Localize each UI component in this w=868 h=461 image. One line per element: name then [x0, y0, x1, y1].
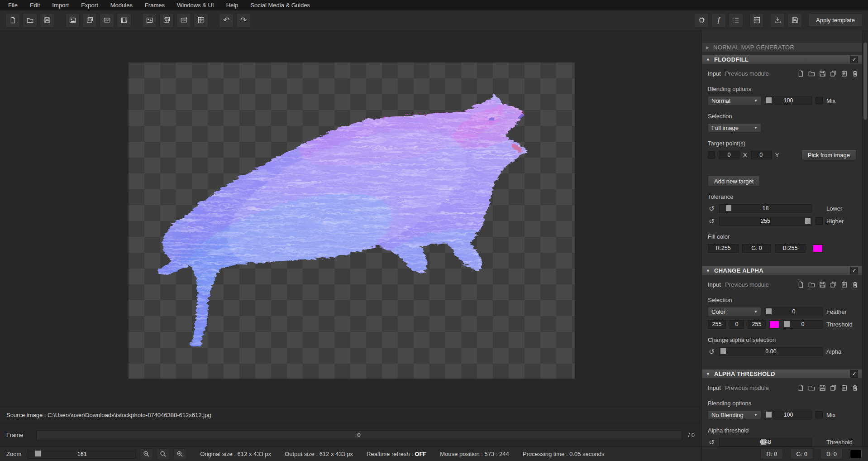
color-b-field[interactable]: 255 [748, 320, 766, 329]
input-save-button[interactable] [819, 384, 826, 392]
zoom-reset-button[interactable] [157, 448, 170, 460]
selection-color-swatch[interactable] [769, 321, 779, 328]
input-save-button[interactable] [819, 70, 826, 77]
canvas-viewport[interactable] [0, 30, 701, 407]
input-delete-button[interactable] [851, 281, 859, 288]
threshold-slider[interactable]: 0 [783, 320, 823, 329]
input-paste-button[interactable] [840, 281, 848, 288]
fill-g-field[interactable]: G: 0 [742, 244, 771, 253]
input-source[interactable]: Previous module [725, 384, 769, 391]
input-source[interactable]: Previous module [725, 281, 769, 288]
reset-icon[interactable]: ↺ [708, 348, 715, 355]
menu-social-media-guides[interactable]: Social Media & Guides [250, 2, 310, 9]
template-grid-button[interactable] [749, 13, 764, 28]
export-gif-button[interactable]: GIF [100, 13, 114, 28]
floodfill-header[interactable]: ▼ FLOODFILL ✓ [702, 55, 862, 64]
input-duplicate-button[interactable] [830, 281, 837, 288]
color-r-field[interactable]: 255 [708, 320, 726, 329]
tolerance-higher-slider[interactable]: 255 [719, 217, 812, 226]
menu-frames[interactable]: Frames [145, 2, 165, 9]
save-template-button[interactable] [787, 13, 802, 28]
fill-color-swatch[interactable] [813, 245, 823, 252]
menu-file[interactable]: File [8, 2, 18, 9]
mix-checkbox[interactable] [816, 97, 823, 104]
input-save-button[interactable] [819, 281, 826, 288]
menu-modules[interactable]: Modules [110, 2, 133, 9]
export-image-button[interactable] [65, 13, 80, 28]
realtime-refresh-value[interactable]: OFF [415, 451, 426, 457]
undo-button[interactable]: ↶ [219, 13, 234, 28]
module-enabled-checkbox[interactable]: ✓ [850, 56, 858, 63]
new-file-button[interactable] [5, 13, 20, 28]
input-new-button[interactable] [797, 70, 805, 77]
input-paste-button[interactable] [840, 70, 848, 77]
mix-slider[interactable]: 100 [765, 96, 812, 105]
module-enabled-checkbox[interactable]: ✓ [850, 267, 858, 274]
normal-map-generator-header[interactable]: ▶ NORMAL MAP GENERATOR [702, 43, 862, 52]
menu-export[interactable]: Export [81, 2, 98, 9]
load-template-button[interactable] [770, 13, 785, 28]
menu-edit[interactable]: Edit [30, 2, 40, 9]
import-image-button[interactable] [142, 13, 157, 28]
target-y-field[interactable]: 0 [751, 151, 772, 159]
input-open-button[interactable] [808, 384, 816, 392]
save-file-button[interactable] [40, 13, 54, 28]
redo-button[interactable]: ↷ [236, 13, 251, 28]
menu-import[interactable]: Import [52, 2, 69, 9]
zoom-slider[interactable]: 161 [28, 450, 136, 459]
panel-scrollbar[interactable] [862, 30, 868, 447]
zoom-in-button[interactable] [173, 448, 186, 460]
expanded-arrow-icon: ▼ [706, 58, 710, 62]
import-gif-button[interactable]: GIF [176, 13, 191, 28]
input-new-button[interactable] [797, 281, 805, 288]
alpha-slider[interactable]: 0.00 [719, 347, 823, 356]
scrollbar-thumb[interactable] [863, 43, 867, 120]
script-button[interactable]: ƒ [711, 13, 726, 28]
color-g-field[interactable]: 0 [730, 320, 744, 329]
pick-from-image-button[interactable]: Pick from image [801, 149, 856, 160]
add-module-button[interactable] [694, 13, 709, 28]
target-checkbox[interactable] [708, 151, 715, 158]
module-list-button[interactable] [729, 13, 743, 28]
alpha-threshold-header[interactable]: ▼ ALPHA THRESHOLD ✓ [702, 369, 862, 379]
selection-mode-dropdown[interactable]: Full image ▼ [708, 123, 761, 133]
input-new-button[interactable] [797, 384, 805, 392]
reset-icon[interactable]: ↺ [708, 205, 715, 212]
input-open-button[interactable] [808, 70, 816, 77]
frame-slider[interactable]: 0 [36, 430, 682, 440]
blend-mode-dropdown[interactable]: No Blending ▼ [708, 410, 761, 420]
input-duplicate-button[interactable] [830, 384, 837, 392]
menu-windows-ui[interactable]: Windows & UI [177, 2, 214, 9]
reset-icon[interactable]: ↺ [708, 439, 715, 446]
tolerance-lower-slider[interactable]: 18 [719, 204, 812, 213]
module-enabled-checkbox[interactable]: ✓ [850, 370, 858, 378]
input-delete-button[interactable] [851, 70, 859, 77]
change-alpha-header[interactable]: ▼ CHANGE ALPHA ✓ [702, 266, 862, 275]
selection-mode-dropdown[interactable]: Color ▼ [708, 307, 761, 317]
import-spritesheet-button[interactable] [194, 13, 208, 28]
open-file-button[interactable] [23, 13, 37, 28]
input-duplicate-button[interactable] [830, 70, 837, 77]
add-new-target-button[interactable]: Add new target [708, 176, 760, 187]
mix-checkbox[interactable] [816, 411, 823, 418]
export-frames-button[interactable] [82, 13, 97, 28]
transparency-checkerboard[interactable] [129, 62, 575, 379]
feather-slider[interactable]: 0 [765, 307, 823, 316]
input-paste-button[interactable] [840, 384, 848, 392]
fill-b-field[interactable]: B:255 [775, 244, 806, 253]
target-x-field[interactable]: 0 [719, 151, 739, 159]
fill-r-field[interactable]: R:255 [708, 244, 739, 253]
apply-template-button[interactable]: Apply template [808, 14, 863, 27]
blend-mode-dropdown[interactable]: Normal ▼ [708, 96, 761, 106]
input-open-button[interactable] [808, 281, 816, 288]
input-source[interactable]: Previous module [725, 70, 769, 77]
mix-slider[interactable]: 100 [765, 411, 812, 419]
export-spritesheet-button[interactable] [117, 13, 131, 28]
import-frames-button[interactable] [159, 13, 174, 28]
alpha-threshold-slider[interactable]: 0.48 [719, 438, 812, 447]
input-delete-button[interactable] [851, 384, 859, 392]
reset-icon[interactable]: ↺ [708, 218, 715, 225]
tolerance-higher-checkbox[interactable] [816, 217, 823, 225]
menu-help[interactable]: Help [226, 2, 238, 9]
zoom-out-button[interactable] [140, 448, 153, 460]
